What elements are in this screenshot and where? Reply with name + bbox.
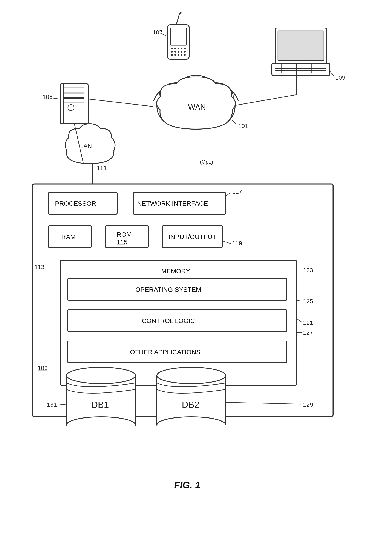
network-interface-ref: 117 [232,188,242,195]
svg-point-66 [67,367,135,384]
diagram-container: 107 109 105 [0,0,392,539]
svg-point-10 [174,51,176,53]
svg-point-17 [181,54,182,56]
db2-label: DB2 [182,399,199,410]
memory-outer-ref: 121 [303,320,313,326]
lan-ref-label: 111 [97,165,107,171]
svg-line-53 [88,99,153,106]
network-interface-label: NETWORK INTERFACE [137,200,208,207]
svg-point-13 [184,51,186,53]
svg-point-18 [184,54,186,56]
system-box-ref-103: 103 [38,365,48,371]
db1-label: DB1 [91,399,109,410]
rom-label: ROM [117,231,132,238]
svg-point-16 [178,54,179,56]
svg-line-0 [176,14,179,25]
svg-point-11 [178,51,179,53]
svg-point-71 [157,367,226,384]
svg-point-7 [181,48,182,49]
ram-label: RAM [61,233,76,240]
mobile-ref-label: 107 [153,29,163,36]
laptop-ref-label: 109 [335,74,345,81]
svg-rect-23 [272,63,330,75]
laptop-icon [272,28,330,75]
svg-point-8 [184,48,186,49]
svg-rect-3 [170,28,186,45]
svg-point-12 [181,51,182,53]
io-ref: 119 [232,240,242,247]
db2-ref: 129 [303,401,313,408]
desktop-server-icon [60,84,88,124]
wan-label: WAN [188,103,206,111]
svg-point-38 [68,105,74,111]
desktop-ref-label: 105 [43,94,53,100]
svg-point-6 [178,48,179,49]
memory-title: MEMORY [161,267,190,274]
svg-rect-21 [278,31,324,60]
svg-rect-36 [64,93,84,97]
io-label: INPUT/OUTPUT [169,233,216,240]
svg-line-1 [179,12,182,14]
svg-line-52 [235,95,297,106]
os-label: OPERATING SYSTEM [135,286,201,293]
control-logic-ref: 125 [303,298,313,305]
svg-rect-35 [64,88,84,92]
lan-label: LAN [80,143,92,149]
control-logic-label: CONTROL LOGIC [142,317,195,324]
wan-ref-label: 101 [238,123,248,129]
other-apps-ref: 127 [303,329,313,336]
svg-point-4 [171,48,173,49]
svg-rect-68 [67,425,135,433]
svg-point-15 [174,54,176,56]
fig-caption: FIG. 1 [174,480,200,490]
system-box-ref-113: 113 [34,264,44,270]
svg-point-9 [171,51,173,53]
db1-ref: 131 [47,401,57,408]
svg-point-14 [171,54,173,56]
rom-ref: 115 [117,238,128,245]
other-apps-label: OTHER APPLICATIONS [130,348,201,356]
opt-label: (Opt.) [200,159,213,165]
svg-rect-37 [64,99,84,103]
svg-point-5 [174,48,176,49]
svg-rect-73 [157,425,226,433]
mobile-phone-icon [168,12,189,59]
processor-label: PROCESSOR [55,200,96,207]
memory-ref: 123 [303,267,313,274]
